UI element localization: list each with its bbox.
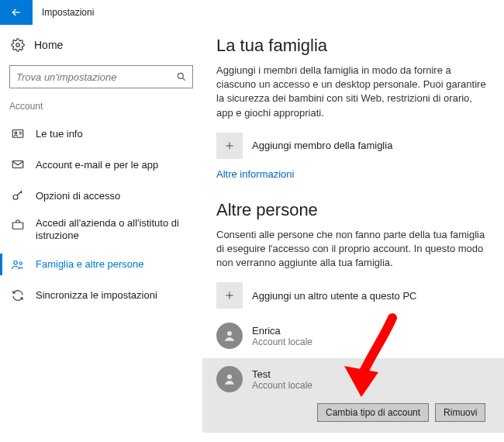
sidebar-item-label: Le tue info bbox=[36, 128, 83, 140]
sidebar-item-your-info[interactable]: Le tue info bbox=[0, 118, 202, 149]
add-family-label: Aggiungi membro della famiglia bbox=[252, 140, 392, 151]
mail-icon bbox=[11, 157, 25, 171]
sidebar-item-signin-options[interactable]: Opzioni di accesso bbox=[0, 180, 202, 211]
briefcase-icon bbox=[11, 218, 25, 232]
sidebar-item-label: Famiglia e altre persone bbox=[36, 258, 143, 270]
change-account-type-button[interactable]: Cambia tipo di account bbox=[317, 403, 429, 422]
svg-point-1 bbox=[178, 73, 183, 78]
sync-icon bbox=[11, 288, 25, 302]
titlebar-label: Impostazioni bbox=[42, 7, 94, 18]
svg-point-8 bbox=[13, 195, 18, 199]
sidebar-item-label: Account e-mail e per le app bbox=[36, 159, 158, 171]
arrow-left-icon bbox=[10, 6, 22, 19]
people-icon bbox=[11, 257, 25, 271]
svg-line-2 bbox=[182, 78, 185, 80]
search-input[interactable] bbox=[9, 65, 193, 88]
home-row[interactable]: Home bbox=[0, 33, 202, 57]
content-pane: La tua famiglia Aggiungi i membri della … bbox=[202, 25, 504, 442]
plus-icon bbox=[216, 282, 243, 309]
svg-point-17 bbox=[227, 375, 232, 379]
avatar bbox=[216, 323, 243, 349]
sidebar: Home Account Le tue info Account e-mail … bbox=[0, 25, 202, 442]
more-info-link[interactable]: Altre informazioni bbox=[216, 168, 294, 180]
selected-user-block: Test Account locale Cambia tipo di accou… bbox=[202, 358, 504, 433]
sidebar-item-family[interactable]: Famiglia e altre persone bbox=[0, 249, 202, 280]
search-icon bbox=[176, 71, 187, 82]
user-row[interactable]: Test Account locale bbox=[216, 366, 490, 403]
family-description: Aggiungi i membri della famiglia in modo… bbox=[216, 64, 490, 120]
sidebar-item-label: Sincronizza le impostazioni bbox=[36, 289, 157, 301]
svg-rect-9 bbox=[12, 223, 23, 229]
plus-icon bbox=[216, 133, 243, 159]
sidebar-item-label: Accedi all'azienda o all'istituto di ist… bbox=[36, 217, 193, 243]
add-other-user[interactable]: Aggiungi un altro utente a questo PC bbox=[216, 282, 490, 309]
sidebar-item-sync[interactable]: Sincronizza le impostazioni bbox=[0, 280, 202, 311]
home-label: Home bbox=[34, 39, 63, 51]
add-family-member[interactable]: Aggiungi membro della famiglia bbox=[216, 133, 490, 159]
svg-point-4 bbox=[15, 132, 17, 134]
user-type: Account locale bbox=[252, 380, 312, 391]
sidebar-nav: Le tue info Account e-mail e per le app … bbox=[0, 118, 202, 311]
user-name: Test bbox=[252, 368, 312, 380]
others-description: Consenti alle persone che non fanno part… bbox=[216, 228, 490, 271]
user-type: Account locale bbox=[252, 337, 312, 347]
others-heading: Altre persone bbox=[216, 200, 490, 220]
gear-icon bbox=[11, 38, 25, 52]
add-other-label: Aggiungi un altro utente a questo PC bbox=[252, 290, 416, 302]
svg-point-11 bbox=[19, 261, 22, 264]
user-name: Enrica bbox=[252, 325, 312, 337]
avatar bbox=[216, 366, 243, 392]
sidebar-item-label: Opzioni di accesso bbox=[36, 190, 120, 202]
search-wrap bbox=[9, 65, 193, 88]
svg-point-16 bbox=[227, 331, 232, 336]
svg-point-0 bbox=[16, 43, 20, 47]
back-button[interactable] bbox=[0, 0, 33, 25]
svg-point-10 bbox=[14, 261, 18, 264]
svg-rect-7 bbox=[12, 161, 23, 168]
sidebar-section-label: Account bbox=[0, 101, 202, 118]
key-icon bbox=[11, 188, 25, 202]
family-heading: La tua famiglia bbox=[216, 36, 490, 56]
sidebar-item-work-access[interactable]: Accedi all'azienda o all'istituto di ist… bbox=[0, 211, 202, 249]
titlebar: Impostazioni bbox=[0, 0, 504, 25]
id-card-icon bbox=[11, 126, 25, 140]
user-row[interactable]: Enrica Account locale bbox=[216, 318, 490, 354]
remove-button[interactable]: Rimuovi bbox=[435, 403, 485, 422]
sidebar-item-email-accounts[interactable]: Account e-mail e per le app bbox=[0, 149, 202, 180]
